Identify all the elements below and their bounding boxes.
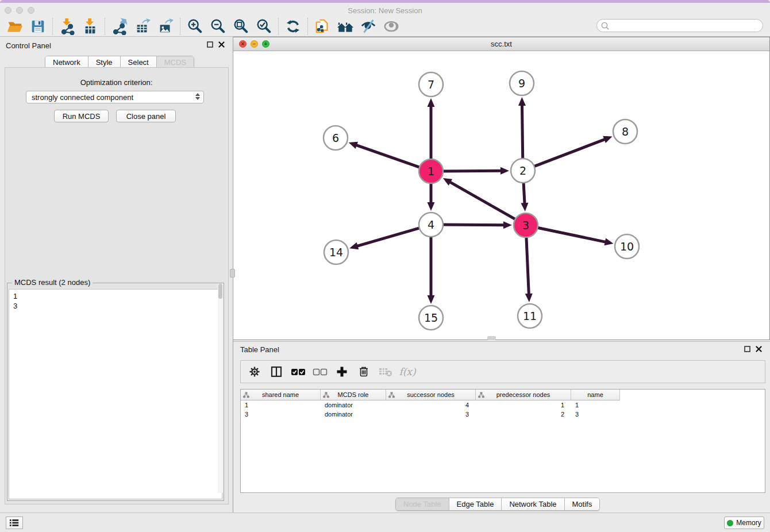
show-panels-button[interactable] [6, 516, 23, 529]
zoom-out-icon[interactable] [206, 17, 229, 36]
memory-label: Memory [736, 519, 761, 527]
vertical-splitter-handle[interactable] [230, 269, 235, 277]
refresh-icon[interactable] [282, 17, 305, 36]
import-network-icon[interactable] [56, 17, 79, 36]
table-cell[interactable]: 3 [386, 410, 476, 419]
float-table-panel-icon[interactable] [744, 346, 750, 352]
arrowhead-2-8 [603, 136, 612, 143]
network-graph-canvas[interactable]: 1234678910111415 [233, 51, 769, 340]
hide-glasses-icon[interactable] [357, 17, 380, 36]
edge-2-8[interactable] [533, 139, 606, 167]
open-session-icon[interactable] [3, 17, 26, 36]
column-header-successor-nodes[interactable]: successor nodes [386, 390, 476, 400]
select-stepper-icon [195, 93, 200, 100]
edge-3-1[interactable] [449, 182, 517, 220]
table-row[interactable]: 3dominator323 [241, 410, 765, 419]
graph-node-label-2: 2 [519, 164, 526, 177]
hierarchy-icon [478, 392, 484, 398]
arrowhead-1-2 [500, 167, 509, 175]
mcds-result-group: MCDS result (2 nodes) 1 3 [7, 283, 224, 501]
table-cell[interactable]: 3 [241, 410, 321, 419]
add-row-icon[interactable] [333, 363, 351, 381]
network-window-titlebar[interactable]: × − + scc.txt [233, 37, 769, 51]
edge-2-3[interactable] [523, 181, 525, 205]
duplicate-network-icon[interactable] [311, 17, 334, 36]
table-panel: Table Panel [233, 341, 770, 512]
table-settings-icon[interactable] [245, 363, 264, 381]
graph-node-label-7: 7 [428, 78, 434, 91]
hierarchy-icon [323, 392, 329, 398]
import-table-icon[interactable] [79, 17, 102, 36]
edge-4-3[interactable] [441, 225, 505, 225]
table-cell[interactable]: 1 [571, 400, 620, 410]
column-header-predecessor-nodes[interactable]: predecessor nodes [476, 390, 571, 400]
zoom-in-icon[interactable] [183, 17, 206, 36]
delete-table-icon[interactable] [376, 363, 395, 381]
column-header-name[interactable]: name [571, 390, 620, 400]
table-cell[interactable]: dominator [321, 410, 386, 419]
mcds-result-text[interactable]: 1 3 [9, 289, 222, 499]
table-cell[interactable]: 1 [476, 400, 571, 410]
export-table-icon[interactable] [131, 17, 154, 36]
table-panel-tabs: Node TableEdge TableNetwork TableMotifs [395, 498, 600, 511]
select-all-icon[interactable] [289, 363, 307, 381]
show-eye-icon[interactable] [380, 17, 403, 36]
graph-node-label-4: 4 [428, 218, 434, 231]
deselect-all-icon[interactable] [311, 363, 329, 381]
tab-mcds[interactable]: MCDS [157, 56, 194, 68]
edge-3-10[interactable] [536, 228, 607, 242]
window-title: Session: New Session [0, 6, 770, 15]
graph-node-label-8: 8 [622, 125, 629, 138]
table-columns-icon[interactable] [267, 363, 286, 381]
run-mcds-button[interactable]: Run MCDS [54, 110, 109, 122]
result-scrollbar[interactable] [218, 284, 223, 493]
memory-button[interactable]: Memory [724, 516, 764, 529]
titlebar[interactable]: Session: New Session [0, 3, 770, 16]
export-image-icon[interactable] [154, 17, 177, 36]
tab-edge-table[interactable]: Edge Table [449, 498, 502, 510]
delete-row-icon[interactable] [355, 363, 373, 381]
node-table[interactable]: shared nameMCDS rolesuccessor nodesprede… [240, 389, 765, 493]
tab-motifs[interactable]: Motifs [565, 498, 600, 510]
edge-1-6[interactable] [355, 145, 421, 168]
table-cell[interactable]: dominator [321, 400, 386, 410]
close-panel-button[interactable]: Close panel [116, 110, 176, 122]
table-cell[interactable]: 2 [476, 410, 571, 419]
save-session-icon[interactable] [26, 17, 49, 36]
close-table-panel-icon[interactable] [756, 346, 762, 352]
edge-3-11[interactable] [526, 236, 529, 295]
function-builder-icon[interactable]: f(x) [398, 363, 417, 381]
table-cell[interactable]: 3 [571, 410, 620, 419]
search-input[interactable] [610, 21, 763, 31]
tab-select[interactable]: Select [121, 56, 157, 68]
table-cell[interactable]: 1 [241, 400, 321, 410]
home-icon[interactable] [334, 17, 357, 36]
edge-2-9[interactable] [522, 104, 522, 160]
zoom-selected-icon[interactable] [252, 17, 275, 36]
float-panel-icon[interactable] [207, 41, 213, 48]
hierarchy-icon [243, 392, 249, 398]
tab-network[interactable]: Network [45, 56, 88, 68]
optimization-criterion-select[interactable]: strongly connected component [26, 91, 204, 103]
tab-style[interactable]: Style [88, 56, 121, 68]
table-header-row[interactable]: shared nameMCDS rolesuccessor nodesprede… [241, 390, 765, 400]
close-panel-icon[interactable] [218, 41, 225, 48]
arrowhead-2-9 [518, 97, 526, 106]
arrowhead-2-3 [521, 203, 528, 211]
table-panel-title: Table Panel [240, 345, 279, 354]
column-header-shared-name[interactable]: shared name [241, 390, 321, 400]
horizontal-splitter-handle[interactable] [487, 336, 496, 340]
table-row[interactable]: 1dominator411 [241, 400, 765, 410]
table-cell[interactable]: 4 [386, 400, 476, 410]
search-icon [600, 21, 610, 30]
export-network-icon[interactable] [108, 17, 131, 36]
tab-node-table[interactable]: Node Table [396, 498, 449, 510]
zoom-fit-icon[interactable] [229, 17, 252, 36]
edge-4-14[interactable] [356, 228, 421, 246]
network-window-title: scc.txt [233, 40, 769, 48]
tab-network-table[interactable]: Network Table [502, 498, 564, 510]
control-panel-header: Control Panel [0, 37, 233, 54]
column-header-MCDS-role[interactable]: MCDS role [321, 390, 386, 400]
edge-1-2[interactable] [441, 171, 502, 171]
global-search-field[interactable] [596, 19, 763, 32]
